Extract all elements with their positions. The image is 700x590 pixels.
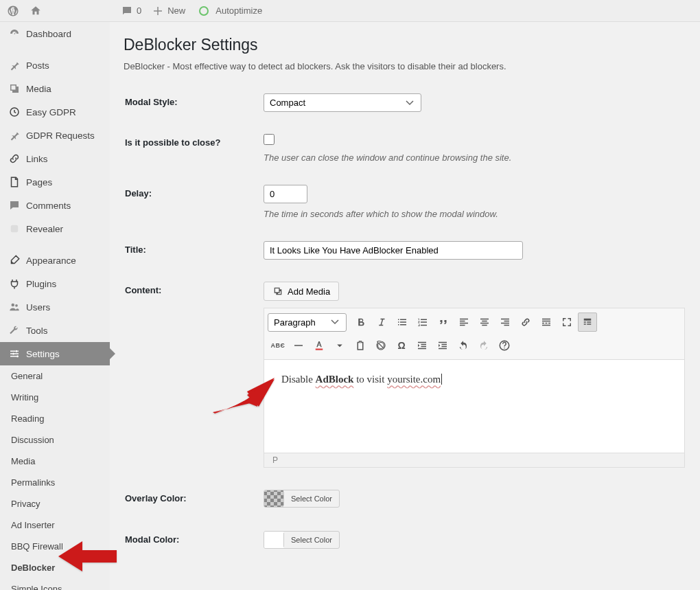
modal-color-button[interactable]: Select Color: [264, 531, 340, 549]
sidebar-item-pages[interactable]: Pages: [0, 170, 110, 194]
sidebar-item-tools[interactable]: Tools: [0, 319, 110, 342]
align-right-button[interactable]: [495, 313, 515, 332]
media-icon: [8, 82, 21, 95]
redo-button[interactable]: [474, 336, 493, 355]
numbered-list-button[interactable]: [413, 313, 432, 332]
admin-topbar: 0 New Autoptimize: [0, 0, 700, 22]
editor-content[interactable]: Disable AdBlock to visit yoursite.com: [264, 360, 684, 453]
sidebar-item-links[interactable]: Links: [0, 147, 110, 170]
delay-label: Delay:: [125, 178, 262, 233]
submenu-item-label: Reading: [11, 413, 44, 424]
submenu-item-media[interactable]: Media: [0, 451, 110, 472]
align-center-button[interactable]: [475, 313, 494, 332]
submenu-item-bbq-firewall[interactable]: BBQ Firewall: [0, 536, 110, 557]
sidebar-item-settings[interactable]: Settings: [0, 342, 110, 365]
title-input[interactable]: [264, 241, 523, 260]
autoptimize-label: Autoptimize: [215, 5, 262, 16]
strikethrough-button[interactable]: ABЄ: [268, 336, 288, 355]
submenu-item-permalinks[interactable]: Permalinks: [0, 472, 110, 493]
page-description: DeBlocker - Most effective way to detect…: [124, 61, 686, 71]
sidebar-item-revealer[interactable]: Revealer: [0, 217, 110, 240]
wrench-icon: [8, 324, 21, 337]
plus-icon: [152, 5, 164, 17]
sidebar-item-comments[interactable]: Comments: [0, 194, 110, 217]
submenu-item-simple-icons[interactable]: Simple Icons: [0, 578, 110, 590]
sidebar-item-label: Posts: [26, 60, 49, 71]
text-color-dropdown[interactable]: [330, 336, 349, 355]
brush-icon: [8, 254, 21, 266]
comment-count: 0: [137, 5, 141, 16]
submenu-item-discussion[interactable]: Discussion: [0, 429, 110, 451]
modal-style-select[interactable]: Compact: [264, 93, 421, 112]
submenu-item-deblocker[interactable]: DeBlocker: [0, 557, 110, 578]
quote-button[interactable]: [434, 313, 453, 332]
settings-icon: [8, 348, 21, 360]
indent-button[interactable]: [433, 336, 452, 355]
svg-rect-7: [316, 349, 323, 350]
sidebar-item-label: GDPR Requests: [26, 131, 95, 141]
submenu-item-label: Discussion: [11, 435, 54, 445]
overlay-color-label: Overlay Color:: [125, 483, 262, 523]
clear-format-button[interactable]: [371, 336, 390, 355]
help-button[interactable]: [495, 336, 514, 355]
page-title: DeBlocker Settings: [124, 36, 686, 54]
home-link[interactable]: [30, 5, 42, 17]
hr-button[interactable]: [289, 336, 308, 355]
content-field-label: Content:: [125, 275, 262, 481]
submenu-item-general[interactable]: General: [0, 365, 110, 387]
new-link[interactable]: New: [152, 5, 185, 17]
dashboard-icon: [8, 27, 21, 40]
submenu-item-privacy[interactable]: Privacy: [0, 493, 110, 514]
submenu-item-writing[interactable]: Writing: [0, 387, 110, 408]
submenu-item-ad-inserter[interactable]: Ad Inserter: [0, 514, 110, 536]
undo-button[interactable]: [454, 336, 473, 355]
paste-text-button[interactable]: [351, 336, 370, 355]
sidebar-item-label: Easy GDPR: [26, 107, 76, 117]
pin-icon: [8, 59, 21, 71]
modal-color-label: Modal Color:: [125, 524, 262, 564]
blank-icon: [8, 223, 21, 235]
sidebar-item-posts[interactable]: Posts: [0, 54, 110, 77]
align-left-button[interactable]: [454, 313, 474, 332]
page-icon: [8, 176, 21, 188]
new-label: New: [167, 5, 185, 16]
text-color-button[interactable]: [310, 336, 329, 355]
sidebar-item-label: Plugins: [26, 279, 56, 289]
media-icon: [272, 286, 283, 297]
modal-color-swatch: [264, 532, 283, 548]
rich-editor: Paragraph: [264, 308, 685, 468]
link-button[interactable]: [516, 313, 535, 332]
italic-button[interactable]: [372, 313, 391, 332]
sidebar-item-plugins[interactable]: Plugins: [0, 272, 110, 295]
sidebar-item-dashboard[interactable]: Dashboard: [0, 22, 110, 45]
sidebar-item-users[interactable]: Users: [0, 295, 110, 319]
autoptimize-link[interactable]: Autoptimize: [196, 5, 262, 16]
sidebar-item-gdpr-requests[interactable]: GDPR Requests: [0, 124, 110, 147]
sidebar-item-appearance[interactable]: Appearance: [0, 249, 110, 272]
comment-icon: [8, 199, 21, 212]
bullet-list-button[interactable]: [393, 313, 412, 332]
delay-input[interactable]: [264, 185, 307, 203]
wp-logo[interactable]: [7, 5, 19, 17]
closeable-checkbox[interactable]: [264, 134, 275, 145]
sidebar-item-easy-gdpr[interactable]: Easy GDPR: [0, 100, 110, 124]
add-media-button[interactable]: Add Media: [264, 282, 339, 301]
submenu-item-label: BBQ Firewall: [11, 541, 63, 552]
sidebar-item-media[interactable]: Media: [0, 77, 110, 100]
outdent-button[interactable]: [412, 336, 432, 355]
editor-toolbar: Paragraph: [264, 308, 684, 360]
overlay-color-button[interactable]: Select Color: [264, 490, 340, 508]
svg-point-3: [15, 304, 18, 307]
editor-path: P: [264, 453, 684, 467]
comments-link[interactable]: 0: [121, 5, 141, 17]
submenu-item-reading[interactable]: Reading: [0, 408, 110, 429]
submenu-item-label: Writing: [11, 392, 38, 402]
bold-button[interactable]: [351, 313, 371, 332]
special-char-button[interactable]: Ω: [392, 336, 411, 355]
fullscreen-button[interactable]: [557, 313, 576, 332]
read-more-button[interactable]: [537, 313, 556, 332]
toolbar-toggle-button[interactable]: [578, 313, 597, 332]
paragraph-select[interactable]: Paragraph: [268, 313, 347, 332]
sidebar-item-label: Comments: [26, 201, 71, 211]
submenu-item-label: Ad Inserter: [11, 520, 55, 530]
